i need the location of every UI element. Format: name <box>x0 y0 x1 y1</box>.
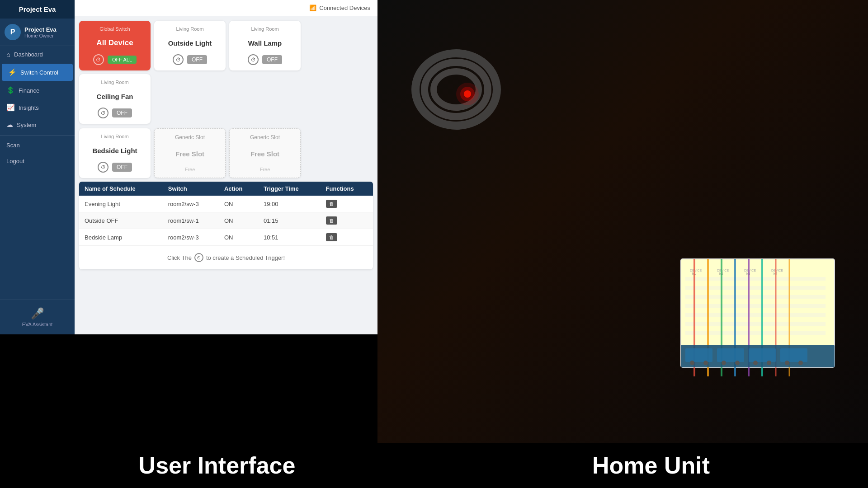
svg-rect-33 <box>749 348 776 362</box>
schedule-time: 19:00 <box>258 196 321 212</box>
sidebar-item-dashboard[interactable]: ⌂ Dashboard <box>0 46 75 63</box>
sidebar: Project Eva P Project Eva Home Owner ⌂ D… <box>0 0 75 334</box>
devices-grid: Global Switch All Device ⏱ OFF ALL Livin… <box>75 16 377 128</box>
free-slot-2-name: Free Slot <box>250 150 279 158</box>
schedule-time: 01:15 <box>258 212 321 229</box>
svg-rect-7 <box>685 277 826 281</box>
sidebar-item-switch-control[interactable]: ⚡ Switch Control <box>2 64 73 81</box>
global-switch-header: Global Switch <box>99 26 130 32</box>
user-role: Home Owner <box>24 33 57 38</box>
schedule-name: Evening Light <box>79 196 163 212</box>
trigger-hint-icon[interactable]: ⏱ <box>194 253 203 262</box>
schedule-functions: 🗑 <box>321 196 373 212</box>
sidebar-item-logout[interactable]: Logout <box>0 153 75 169</box>
svg-rect-9 <box>685 295 826 299</box>
bedside-toggle[interactable]: OFF <box>112 163 132 172</box>
schedule-switch: room2/sw-3 <box>163 229 219 246</box>
system-icon: ☁ <box>6 121 13 129</box>
ceiling-fan-timer-icon[interactable]: ⏱ <box>98 108 108 118</box>
wall-lamp-room: Living Room <box>251 26 278 32</box>
ceiling-fan-toggle[interactable]: OFF <box>112 108 132 117</box>
svg-rect-8 <box>685 286 826 290</box>
insights-icon: 📈 <box>6 103 15 112</box>
svg-point-39 <box>753 361 758 365</box>
top-bar: 📶 Connected Devices <box>75 0 377 16</box>
table-row: Outside OFF room1/sw-1 ON 01:15 🗑 <box>79 212 373 229</box>
svg-point-35 <box>690 361 694 365</box>
svg-rect-11 <box>685 313 826 317</box>
svg-rect-31 <box>685 348 712 362</box>
global-timer-icon[interactable]: ⏱ <box>93 54 104 65</box>
schedule-action: ON <box>219 229 258 246</box>
svg-rect-13 <box>685 331 826 335</box>
delete-button[interactable]: 🗑 <box>326 200 337 208</box>
schedule-table: Name of Schedule Switch Action Trigger T… <box>79 182 373 246</box>
free-slot-2-card: Generic Slot Free Slot Free <box>229 128 301 178</box>
svg-text:DEVICE: DEVICE <box>744 269 756 272</box>
schedule-time: 10:51 <box>258 229 321 246</box>
wall-lamp-toggle[interactable]: OFF <box>262 55 282 64</box>
home-label: Home Unit <box>434 443 868 488</box>
ceiling-fan-room: Living Room <box>101 80 128 85</box>
assistant-section: 🎤 EVA Assistant <box>0 300 75 334</box>
svg-text:DEVICE: DEVICE <box>771 269 783 272</box>
svg-point-42 <box>798 361 803 365</box>
wall-lamp-name: Wall Lamp <box>248 39 282 47</box>
outside-light-toggle[interactable]: OFF <box>187 55 207 64</box>
table-row: Evening Light room2/sw-3 ON 19:00 🗑 <box>79 196 373 212</box>
sidebar-item-finance[interactable]: 💲 Finance <box>0 82 75 99</box>
sidebar-item-scan[interactable]: Scan <box>0 137 75 153</box>
schedule-functions: 🗑 <box>321 212 373 229</box>
app-title: Project Eva <box>0 0 75 19</box>
svg-rect-32 <box>717 348 744 362</box>
ui-label: User Interface <box>0 443 434 488</box>
free-slot-1-label: Generic Slot <box>175 134 205 141</box>
wall-lamp-timer-icon[interactable]: ⏱ <box>248 54 259 65</box>
bedside-light-card: Living Room Bedside Light ⏱ OFF <box>79 128 151 178</box>
schedule-action: ON <box>219 196 258 212</box>
svg-point-40 <box>767 361 771 365</box>
schedule-name: Bedside Lamp <box>79 229 163 246</box>
nav-divider <box>0 135 75 136</box>
svg-rect-10 <box>685 304 826 308</box>
schedule-name: Outside OFF <box>79 212 163 229</box>
svg-point-5 <box>456 83 479 105</box>
outside-light-timer-icon[interactable]: ⏱ <box>173 54 184 65</box>
assistant-label: EVA Assistant <box>22 322 53 327</box>
global-off-all-button[interactable]: OFF ALL <box>108 56 137 64</box>
svg-rect-12 <box>685 322 826 326</box>
mic-icon[interactable]: 🎤 <box>31 307 44 320</box>
global-switch-card: Global Switch All Device ⏱ OFF ALL <box>79 21 151 70</box>
table-row: Bedside Lamp room2/sw-3 ON 10:51 🗑 <box>79 229 373 246</box>
delete-button[interactable]: 🗑 <box>326 216 337 225</box>
home-unit-panel: k1 k2 k3 k4 DEVICE DEVICE DEVICE DEVICE <box>377 0 868 443</box>
wall-lamp-card: Living Room Wall Lamp ⏱ OFF <box>229 21 301 70</box>
wifi-icon: 📶 <box>309 5 316 11</box>
user-name: Project Eva <box>24 26 57 33</box>
main-content: 📶 Connected Devices Global Switch All De… <box>75 0 377 334</box>
second-row: Living Room Bedside Light ⏱ OFF Generic … <box>75 128 377 182</box>
bedside-timer-icon[interactable]: ⏱ <box>98 162 108 173</box>
schedule-section: Name of Schedule Switch Action Trigger T… <box>79 182 373 269</box>
schedule-functions: 🗑 <box>321 229 373 246</box>
free-slot-1-card: Generic Slot Free Slot Free <box>154 128 226 178</box>
bedside-name: Bedside Light <box>92 147 137 155</box>
sidebar-item-insights[interactable]: 📈 Insights <box>0 99 75 116</box>
outside-light-name: Outside Light <box>168 39 212 47</box>
global-switch-name: All Device <box>96 38 133 47</box>
svg-text:DEVICE: DEVICE <box>717 269 729 272</box>
svg-point-37 <box>722 361 726 365</box>
svg-point-36 <box>703 361 708 365</box>
avatar: P <box>5 24 21 40</box>
delete-button[interactable]: 🗑 <box>326 233 337 241</box>
svg-text:DEVICE: DEVICE <box>690 269 702 272</box>
bottom-labels: User Interface Home Unit <box>0 443 868 488</box>
sidebar-item-system[interactable]: ☁ System <box>0 116 75 133</box>
connected-devices-label: Connected Devices <box>319 5 370 11</box>
col-functions: Functions <box>321 182 373 196</box>
svg-point-41 <box>785 361 789 365</box>
free-slot-2-status: Free <box>260 167 270 172</box>
svg-rect-34 <box>780 348 807 362</box>
col-action: Action <box>219 182 258 196</box>
user-profile: P Project Eva Home Owner <box>0 19 75 46</box>
